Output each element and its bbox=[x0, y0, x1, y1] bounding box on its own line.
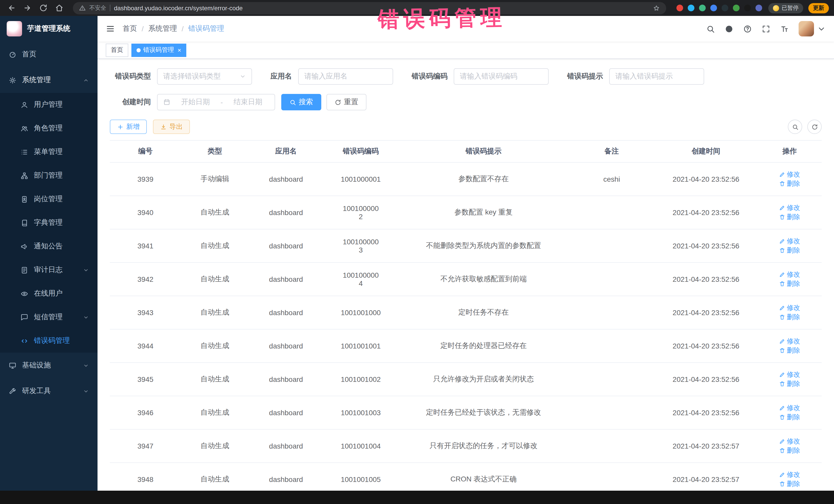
cell-code: 1001001000 bbox=[323, 296, 398, 329]
date-range-picker[interactable]: 开始日期 - 结束日期 bbox=[157, 94, 275, 110]
sidebar-item[interactable]: 研发工具 bbox=[0, 378, 97, 404]
sidebar-item[interactable]: 基础设施 bbox=[0, 353, 97, 378]
export-button[interactable]: 导出 bbox=[153, 119, 190, 134]
font-size-icon[interactable] bbox=[780, 24, 789, 33]
search-button-label: 搜索 bbox=[299, 97, 313, 107]
cell-hint: 不允许获取敏感配置到前端 bbox=[398, 263, 569, 296]
cell-ops: 修改删除 bbox=[758, 196, 822, 229]
edit-icon bbox=[779, 438, 785, 444]
show-search-toggle-button[interactable] bbox=[788, 119, 802, 134]
delete-link-label: 删除 bbox=[787, 179, 800, 188]
code-icon bbox=[21, 337, 28, 345]
edit-link[interactable]: 修改 bbox=[779, 337, 800, 346]
delete-link[interactable]: 删除 bbox=[779, 413, 800, 422]
sidebar-item[interactable]: 通知公告 bbox=[0, 235, 97, 258]
add-button[interactable]: 新增 bbox=[110, 119, 147, 134]
home-icon[interactable] bbox=[55, 4, 64, 12]
delete-link[interactable]: 删除 bbox=[779, 379, 800, 389]
edit-link[interactable]: 修改 bbox=[779, 403, 800, 413]
delete-link[interactable]: 删除 bbox=[779, 246, 800, 255]
table-row: 3944自动生成dashboard1001001001定时任务的处理器已经存在2… bbox=[110, 329, 822, 363]
sidebar-item[interactable]: 菜单管理 bbox=[0, 140, 97, 164]
address-bar[interactable]: 不安全 dashboard.yudao.iocoder.cn/system/er… bbox=[73, 2, 666, 14]
edit-link[interactable]: 修改 bbox=[779, 303, 800, 312]
extension-icon[interactable] bbox=[733, 5, 740, 11]
tag-active[interactable]: 错误码管理× bbox=[131, 43, 186, 57]
bottom-strip bbox=[0, 491, 834, 504]
sidebar-item[interactable]: 在线用户 bbox=[0, 282, 97, 305]
extension-icon[interactable] bbox=[710, 5, 717, 11]
search-button[interactable]: 搜索 bbox=[281, 94, 321, 110]
extension-icon[interactable] bbox=[722, 5, 728, 11]
profile-paused-badge[interactable]: 已暂停 bbox=[768, 3, 803, 13]
extension-icon[interactable] bbox=[744, 5, 751, 11]
back-icon[interactable] bbox=[7, 4, 16, 12]
edit-link[interactable]: 修改 bbox=[779, 437, 800, 446]
reset-button[interactable]: 重置 bbox=[326, 94, 367, 110]
chevron-down-icon bbox=[240, 73, 246, 80]
search-icon[interactable] bbox=[706, 24, 715, 33]
edit-icon bbox=[779, 305, 785, 311]
filter-field: 错误码类型请选择错误码类型 bbox=[110, 68, 252, 85]
bookmark-star-icon[interactable] bbox=[653, 4, 660, 12]
cell-remark bbox=[569, 296, 654, 329]
extension-icon[interactable] bbox=[676, 5, 683, 11]
app-logo-row[interactable]: 芋道管理系统 bbox=[0, 16, 97, 42]
hamburger-icon[interactable] bbox=[106, 24, 115, 34]
sidebar-item[interactable]: 首页 bbox=[0, 42, 97, 67]
edit-link[interactable]: 修改 bbox=[779, 237, 800, 246]
tag-close-icon[interactable]: × bbox=[178, 47, 181, 53]
edit-link[interactable]: 修改 bbox=[779, 270, 800, 279]
delete-link[interactable]: 删除 bbox=[779, 446, 800, 455]
user-menu[interactable] bbox=[798, 21, 826, 37]
error-code-input[interactable]: 请输入错误码编码 bbox=[454, 68, 549, 85]
reload-icon[interactable] bbox=[39, 4, 48, 12]
sidebar-item[interactable]: 角色管理 bbox=[0, 116, 97, 140]
breadcrumb-item[interactable]: 系统管理 bbox=[148, 24, 177, 34]
menu-list-icon bbox=[21, 148, 28, 156]
extension-icon[interactable] bbox=[688, 5, 695, 11]
edit-link-label: 修改 bbox=[787, 337, 800, 346]
security-label: 不安全 bbox=[89, 4, 106, 12]
error-code-hint-input[interactable]: 请输入错误码提示 bbox=[609, 68, 704, 85]
extension-icon[interactable] bbox=[699, 5, 706, 11]
tag-item[interactable]: 首页 bbox=[106, 43, 128, 57]
cell-hint: 只允许修改为开启或者关闭状态 bbox=[398, 363, 569, 396]
sidebar-item[interactable]: 岗位管理 bbox=[0, 187, 97, 211]
delete-link[interactable]: 删除 bbox=[779, 179, 800, 188]
delete-link[interactable]: 删除 bbox=[779, 213, 800, 222]
delete-link[interactable]: 删除 bbox=[779, 479, 800, 489]
help-icon[interactable] bbox=[743, 24, 752, 33]
breadcrumb-item[interactable]: 首页 bbox=[123, 24, 137, 34]
delete-link[interactable]: 删除 bbox=[779, 312, 800, 322]
sidebar-item[interactable]: 部门管理 bbox=[0, 164, 97, 187]
browser-update-button[interactable]: 更新 bbox=[808, 3, 829, 13]
trash-icon bbox=[779, 348, 785, 354]
sidebar-item-label: 菜单管理 bbox=[34, 147, 63, 156]
extension-icon[interactable] bbox=[755, 5, 762, 11]
column-header: 错误码提示 bbox=[398, 140, 569, 162]
edit-link[interactable]: 修改 bbox=[779, 370, 800, 379]
error-code-type-select[interactable]: 请选择错误码类型 bbox=[157, 68, 252, 85]
dashboard-icon bbox=[9, 50, 17, 58]
edit-link[interactable]: 修改 bbox=[779, 203, 800, 213]
sidebar-item[interactable]: 字典管理 bbox=[0, 211, 97, 235]
delete-link[interactable]: 删除 bbox=[779, 346, 800, 355]
sidebar-item[interactable]: 短信管理 bbox=[0, 305, 97, 329]
edit-link[interactable]: 修改 bbox=[779, 170, 800, 179]
cell-hint: 参数配置不存在 bbox=[398, 162, 569, 196]
sidebar-item[interactable]: 系统管理 bbox=[0, 67, 97, 93]
refresh-table-button[interactable] bbox=[807, 119, 822, 134]
sidebar-item[interactable]: 用户管理 bbox=[0, 93, 97, 116]
placeholder-text: 请输入错误码编码 bbox=[460, 72, 543, 81]
forward-icon[interactable] bbox=[23, 4, 32, 12]
sidebar-item[interactable]: 审计日志 bbox=[0, 258, 97, 282]
breadcrumb-separator: / bbox=[142, 25, 144, 33]
edit-link[interactable]: 修改 bbox=[779, 470, 800, 479]
sidebar-item[interactable]: 错误码管理 bbox=[0, 329, 97, 353]
github-icon[interactable] bbox=[725, 24, 733, 33]
app-name-input[interactable]: 请输入应用名 bbox=[298, 68, 393, 85]
fullscreen-icon[interactable] bbox=[762, 24, 770, 33]
cell-code: 1001000001 bbox=[323, 162, 398, 196]
delete-link[interactable]: 删除 bbox=[779, 279, 800, 288]
